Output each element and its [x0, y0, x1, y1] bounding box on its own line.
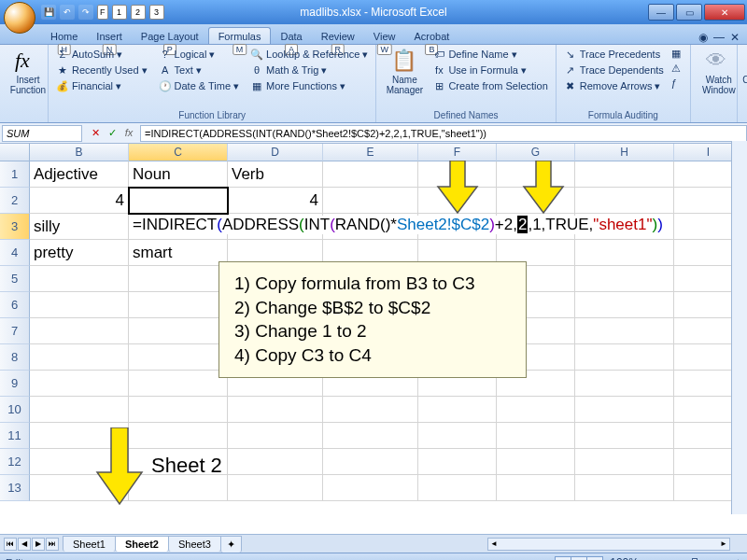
cell-e1[interactable] — [323, 161, 418, 188]
office-button[interactable] — [4, 2, 35, 34]
view-normal-icon[interactable] — [555, 556, 571, 561]
cell-c4[interactable]: smart — [129, 240, 228, 266]
remove-arrows-button[interactable]: ✖Remove Arrows ▾ — [562, 78, 666, 93]
col-header-e[interactable]: E — [323, 144, 418, 161]
row-header-10[interactable]: 10 — [0, 397, 30, 423]
row-header-9[interactable]: 9 — [0, 371, 30, 397]
view-page-break-icon[interactable] — [586, 556, 603, 561]
formula-editing-overlay[interactable]: =INDIRECT(ADDRESS(INT(RAND()*Sheet2!$C$2… — [131, 216, 665, 234]
money-icon: 💰 — [56, 79, 69, 92]
create-from-selection-button[interactable]: ⊞Create from Selection — [430, 78, 549, 93]
tab-nav-prev-icon[interactable]: ◀ — [18, 538, 31, 551]
enter-formula-icon[interactable]: ✓ — [105, 127, 120, 139]
ribbon-minimize-icon[interactable]: — — [713, 31, 725, 44]
cell-c1[interactable]: Noun — [129, 161, 228, 188]
watch-window-button[interactable]: 👁 Watch Window — [697, 47, 741, 97]
cell-b1[interactable]: Adjective — [30, 161, 129, 188]
row-header-13[interactable]: 13 — [0, 475, 30, 501]
use-in-formula-button[interactable]: fxUse in Formula ▾ — [430, 63, 549, 77]
fx-button-icon[interactable]: fx — [121, 127, 136, 139]
col-header-c[interactable]: C — [129, 144, 228, 161]
workbook-close-icon[interactable]: ✕ — [730, 31, 740, 44]
zoom-level[interactable]: 100% — [610, 556, 639, 561]
tab-nav-last-icon[interactable]: ⏭ — [46, 538, 59, 551]
row-header-12[interactable]: 12 — [0, 449, 30, 475]
tab-review[interactable]: ReviewR — [312, 28, 364, 44]
zoom-out-button[interactable]: − — [646, 556, 653, 561]
name-manager-button[interactable]: 📋 Name Manager — [382, 47, 427, 97]
logical-button[interactable]: ?Logical ▾ — [157, 47, 242, 62]
qat-redo-icon[interactable]: ↷ — [78, 5, 93, 20]
define-name-button[interactable]: 🏷Define Name ▾ — [430, 47, 549, 62]
col-header-b[interactable]: B — [30, 144, 129, 161]
row-header-6[interactable]: 6 — [0, 292, 30, 318]
worksheet-grid[interactable]: B C D E F G H I 1 2 3 4 5 6 7 8 9 10 11 … — [0, 144, 747, 534]
row-header-8[interactable]: 8 — [0, 344, 30, 371]
cell-d2[interactable]: 4 — [228, 188, 323, 214]
calc-options-button[interactable]: ⚙ Calculation Options — [743, 47, 747, 97]
select-all-corner[interactable] — [0, 144, 30, 161]
row-header-1[interactable]: 1 — [0, 161, 30, 188]
row-header-11[interactable]: 11 — [0, 423, 30, 449]
cancel-formula-icon[interactable]: ✕ — [88, 127, 103, 139]
cell-b3[interactable]: silly — [30, 214, 129, 240]
recently-used-button[interactable]: ★Recently Used ▾ — [54, 63, 149, 77]
financial-button[interactable]: 💰Financial ▾ — [54, 78, 149, 93]
tab-page-layout[interactable]: Page LayoutP — [132, 28, 208, 44]
tab-data[interactable]: DataA — [271, 28, 311, 44]
horizontal-scrollbar[interactable] — [487, 538, 730, 551]
evaluate-icon[interactable]: ƒ — [669, 77, 684, 90]
row-header-5[interactable]: 5 — [0, 266, 30, 292]
tab-view[interactable]: ViewW — [364, 28, 405, 44]
datetime-button[interactable]: 🕐Date & Time ▾ — [157, 78, 242, 93]
cell-h1[interactable] — [575, 161, 674, 188]
help-icon[interactable]: ◉ — [698, 31, 708, 44]
tab-acrobat[interactable]: AcrobatB — [404, 28, 458, 44]
show-formulas-icon[interactable]: ▦ — [669, 47, 684, 61]
minimize-button[interactable]: — — [648, 4, 674, 21]
cell-e2[interactable] — [323, 188, 418, 214]
sheet-tab-sheet3[interactable]: Sheet3 — [168, 536, 221, 552]
cell-d1[interactable]: Verb — [228, 161, 323, 188]
row-header-2[interactable]: 2 — [0, 188, 30, 214]
tab-nav-next-icon[interactable]: ▶ — [32, 538, 45, 551]
row-header-3[interactable]: 3 — [0, 214, 30, 240]
col-header-h[interactable]: H — [575, 144, 674, 161]
lookup-button[interactable]: 🔍Lookup & Reference ▾ — [248, 47, 370, 62]
vertical-scrollbar[interactable] — [731, 141, 747, 514]
autosum-button[interactable]: ΣAutoSum ▾ — [54, 47, 149, 62]
cell-h4[interactable] — [575, 240, 674, 266]
cell-b2[interactable]: 4 — [30, 188, 129, 214]
cell-b4[interactable]: pretty — [30, 240, 129, 266]
error-check-icon[interactable]: ⚠ — [669, 62, 684, 76]
trace-precedents-button[interactable]: ↘Trace Precedents — [562, 47, 666, 62]
row-header-7[interactable]: 7 — [0, 318, 30, 344]
new-sheet-button[interactable]: ✦ — [220, 536, 242, 553]
tab-home[interactable]: HomeH — [41, 28, 87, 44]
col-header-d[interactable]: D — [228, 144, 323, 161]
view-page-layout-icon[interactable] — [571, 556, 587, 561]
zoom-in-button[interactable]: + — [735, 556, 741, 561]
sheet-tab-sheet2[interactable]: Sheet2 — [115, 536, 169, 552]
maximize-button[interactable]: ▭ — [676, 4, 702, 21]
cell-h2[interactable] — [575, 188, 674, 214]
trace-dependents-button[interactable]: ↗Trace Dependents — [562, 63, 666, 77]
math-button[interactable]: θMath & Trig ▾ — [248, 63, 370, 77]
row-header-4[interactable]: 4 — [0, 240, 30, 266]
tab-formulas[interactable]: FormulasM — [208, 27, 272, 44]
insert-function-button[interactable]: fx Insert Function — [6, 47, 50, 97]
qat-undo-icon[interactable]: ↶ — [60, 5, 75, 20]
more-functions-button[interactable]: ▦More Functions ▾ — [248, 78, 370, 93]
text-button[interactable]: AText ▾ — [157, 63, 242, 77]
col-header-f[interactable]: F — [418, 144, 497, 161]
ribbon: fx Insert Function ΣAutoSum ▾ ★Recently … — [0, 45, 747, 123]
tab-insert[interactable]: InsertN — [87, 28, 132, 44]
sheet-tab-sheet1[interactable]: Sheet1 — [63, 536, 116, 552]
qat-save-icon[interactable]: 💾 — [41, 5, 56, 20]
name-box[interactable]: SUM — [2, 125, 82, 142]
col-header-g[interactable]: G — [497, 144, 575, 161]
formula-input[interactable]: =INDIRECT(ADDRESS(INT(RAND()*Sheet2!$C$2… — [140, 125, 747, 142]
tab-nav-first-icon[interactable]: ⏮ — [4, 538, 17, 551]
cell-c2[interactable]: 4 — [129, 188, 228, 214]
close-button[interactable]: ✕ — [704, 4, 745, 21]
